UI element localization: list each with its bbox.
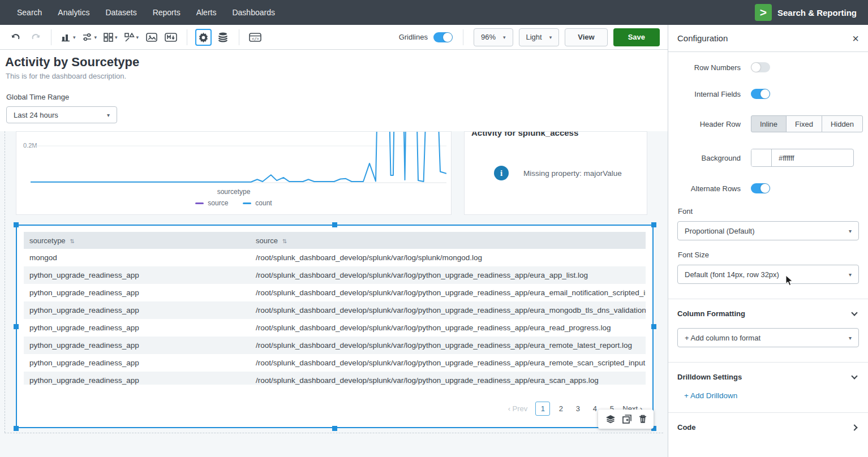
code-label: Code <box>677 423 696 432</box>
nav-alerts[interactable]: Alerts <box>188 0 225 25</box>
internal-fields-setting: Internal Fields <box>677 89 859 99</box>
table-header-row: sourcetype⇅ source⇅ <box>24 232 646 249</box>
table-row[interactable]: mongod/root/splunk_dashboard_develop/spl… <box>24 249 646 266</box>
internal-fields-toggle[interactable] <box>751 89 770 99</box>
layers-icon[interactable] <box>605 415 616 424</box>
view-button[interactable]: View <box>565 28 607 46</box>
nav-datasets[interactable]: Datasets <box>97 0 144 25</box>
nav-dashboards[interactable]: Dashboards <box>224 0 283 25</box>
time-range-dropdown[interactable]: Last 24 hours ▾ <box>6 106 117 123</box>
resize-handle-top-left[interactable] <box>14 222 19 227</box>
table-row[interactable]: python_upgrade_readiness_app/root/splunk… <box>24 337 646 354</box>
configuration-title: Configuration <box>677 33 728 43</box>
drilldown-settings-label: Drilldown Settings <box>677 373 742 381</box>
dashboard-title: Activity by Sourcetype <box>5 55 139 70</box>
legend-item-source[interactable]: source <box>195 199 228 207</box>
header-row-label: Header Row <box>677 120 741 128</box>
header-row-option-fixed[interactable]: Fixed <box>786 115 822 132</box>
add-chart-button[interactable]: ▾ <box>59 29 78 46</box>
row-numbers-toggle[interactable] <box>751 62 770 72</box>
add-input-button[interactable]: ▾ <box>81 29 99 46</box>
chevron-down-icon: ▾ <box>549 35 552 40</box>
table-row[interactable]: python_upgrade_readiness_app/root/splunk… <box>24 372 646 385</box>
legend-swatch-source <box>195 202 204 204</box>
table-row[interactable]: python_upgrade_readiness_app/root/splunk… <box>24 266 646 284</box>
font-size-label: Font Size <box>678 251 859 259</box>
table-row[interactable]: python_upgrade_readiness_app/root/splunk… <box>24 354 646 372</box>
nav-analytics[interactable]: Analytics <box>50 0 97 25</box>
redo-button[interactable] <box>27 29 43 46</box>
trash-icon[interactable] <box>639 415 647 424</box>
column-header-sourcetype[interactable]: sourcetype⇅ <box>24 236 250 245</box>
nav-search[interactable]: Search <box>9 0 50 25</box>
background-setting: Background #ffffff <box>677 149 859 167</box>
pagination-page-2[interactable]: 2 <box>555 402 567 415</box>
data-sources-button[interactable] <box>215 29 231 46</box>
pagination-page-3[interactable]: 3 <box>571 402 584 415</box>
time-range-value: Last 24 hours <box>14 111 58 119</box>
chevron-down-icon: ▾ <box>136 35 139 40</box>
legend-label: count <box>255 199 272 207</box>
background-color-value[interactable]: #ffffff <box>772 149 853 166</box>
editor-column: ▾ ▾ ▾ ▾ <box>0 25 668 457</box>
x-axis-label: sourcetype <box>16 188 451 196</box>
zoom-value: 96% <box>481 33 496 41</box>
legend-item-count[interactable]: count <box>243 199 272 207</box>
header-row-option-hidden[interactable]: Hidden <box>822 115 863 132</box>
table-row[interactable]: python_upgrade_readiness_app/root/splunk… <box>24 284 646 301</box>
font-dropdown[interactable]: Proportional (Default) ▾ <box>677 221 859 240</box>
add-shape-button[interactable]: ▾ <box>123 29 141 46</box>
drilldown-settings-section-header[interactable]: Drilldown Settings <box>677 373 859 381</box>
code-section-header[interactable]: Code <box>677 423 859 432</box>
undo-button[interactable] <box>8 29 24 46</box>
save-button[interactable]: Save <box>613 28 660 46</box>
font-label: Font <box>678 207 859 215</box>
add-column-to-format-dropdown[interactable]: + Add column to format ▾ <box>677 328 859 347</box>
color-swatch[interactable] <box>751 149 772 166</box>
header-row-option-inline[interactable]: Inline <box>751 115 787 132</box>
resize-handle-top-right[interactable] <box>651 222 656 227</box>
resize-handle-top-center[interactable] <box>332 222 337 227</box>
theme-select[interactable]: Light ▾ <box>519 28 560 46</box>
line-chart-panel[interactable]: 0.2M sourcetype source <box>16 131 452 215</box>
legend-swatch-count <box>243 202 251 204</box>
sort-icon[interactable]: ⇅ <box>282 238 287 244</box>
splunk-logo-icon[interactable]: > <box>755 4 772 21</box>
legend-label: source <box>208 199 228 207</box>
chevron-down-icon <box>851 373 857 379</box>
pagination-page-1[interactable]: 1 <box>535 402 550 416</box>
source-code-button[interactable]: </> <box>247 29 263 46</box>
resize-handle-middle-left[interactable] <box>14 324 19 329</box>
table-row[interactable]: python_upgrade_readiness_app/root/splunk… <box>24 301 646 319</box>
font-size-dropdown[interactable]: Default (font 14px, row 32px) ▾ <box>677 265 859 284</box>
column-formatting-section-header[interactable]: Column Formatting <box>677 309 859 318</box>
zoom-select[interactable]: 96% ▾ <box>474 28 513 46</box>
toolbar-separator <box>187 29 187 45</box>
chevron-right-icon <box>851 424 857 430</box>
sort-icon[interactable]: ⇅ <box>70 238 75 244</box>
results-table: sourcetype⇅ source⇅ mongod/root/splunk_d… <box>24 232 646 385</box>
alternate-rows-toggle[interactable] <box>751 183 770 193</box>
single-value-panel[interactable]: Activity for splunk_access i Missing pro… <box>464 131 647 215</box>
layout-grid-button[interactable]: ▾ <box>102 29 119 46</box>
resize-handle-bottom-center[interactable] <box>332 426 337 431</box>
table-panel-selected[interactable]: sourcetype⇅ source⇅ mongod/root/splunk_d… <box>16 225 654 428</box>
nav-reports[interactable]: Reports <box>145 0 188 25</box>
section-divider <box>668 299 868 299</box>
add-drilldown-link[interactable]: + Add Drilldown <box>684 391 859 400</box>
duplicate-icon[interactable] <box>622 415 631 424</box>
add-image-button[interactable] <box>144 29 160 46</box>
dashboard-canvas[interactable]: 0.2M sourcetype source <box>0 131 668 457</box>
add-markdown-button[interactable] <box>163 29 179 46</box>
table-row[interactable]: python_upgrade_readiness_app/root/splunk… <box>24 319 646 337</box>
internal-fields-label: Internal Fields <box>677 90 741 98</box>
chevron-down-icon: ▾ <box>849 228 852 234</box>
pagination-prev[interactable]: ‹ Prev <box>508 404 528 413</box>
configuration-panel-button[interactable] <box>195 29 212 46</box>
resize-handle-middle-right[interactable] <box>651 324 656 329</box>
column-header-source[interactable]: source⇅ <box>250 236 646 245</box>
gridlines-toggle[interactable] <box>433 32 453 42</box>
background-color-field[interactable]: #ffffff <box>751 149 854 167</box>
resize-handle-bottom-left[interactable] <box>14 426 19 431</box>
close-icon[interactable]: × <box>852 33 859 44</box>
